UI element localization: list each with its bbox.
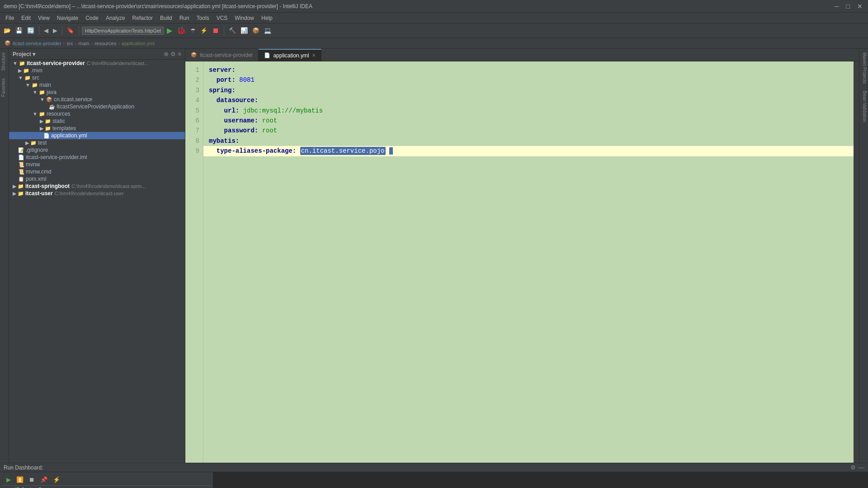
breadcrumb: 📦 itcast-service-provider › src › main ›…: [0, 38, 868, 49]
test-expand-icon: ▶: [25, 140, 29, 146]
stop-button[interactable]: ⏹: [210, 26, 221, 36]
run-all-btn[interactable]: ⏫: [14, 475, 25, 484]
toolbar-sep4: [224, 26, 224, 35]
menu-analyze[interactable]: Analyze: [102, 14, 129, 22]
tree-pom-xml[interactable]: 📋 pom.xml: [9, 175, 185, 183]
maximize-button[interactable]: □: [844, 3, 852, 10]
bean-validation-tab[interactable]: Bean Validation: [859, 87, 868, 126]
code-line-8: mybatis:: [209, 136, 854, 146]
favorites-tab[interactable]: Favorites: [0, 75, 9, 100]
user-expand-icon: ▶: [13, 191, 16, 197]
resources-expand-icon: ▼: [33, 111, 38, 117]
tree-static[interactable]: ▶ 📁 static: [9, 117, 185, 125]
tree-test[interactable]: ▶ 📁 test: [9, 139, 185, 146]
menu-window[interactable]: Window: [231, 14, 258, 22]
tree-src[interactable]: ▼ 📁 src: [9, 74, 185, 81]
tree-templates[interactable]: ▶ 📁 templates: [9, 125, 185, 132]
tree-main-class[interactable]: ☕ ItcastServiceProviderApplication: [9, 103, 185, 110]
test-folder-icon: 📁: [30, 140, 37, 146]
tree-mvnw[interactable]: 📜 mvnw: [9, 161, 185, 168]
toolbar-ant-btn[interactable]: 🔨: [227, 26, 238, 35]
menu-tools[interactable]: Tools: [193, 14, 213, 22]
run-button[interactable]: ▶: [165, 25, 174, 36]
code-editor[interactable]: 1 2 3 4 5 6 7 8 9 server: port: 8081 spr…: [185, 61, 859, 463]
close-button[interactable]: ✕: [855, 3, 864, 10]
static-expand-icon: ▶: [40, 118, 43, 124]
toolbar-open-btn[interactable]: 📂: [2, 26, 13, 35]
code-content[interactable]: server: port: 8081 spring: datasource: u…: [203, 61, 859, 463]
tab-close-btn[interactable]: ✕: [312, 53, 316, 58]
run-dashboard-content: ▶ ⏫ ⏹ 📌 ⚡ ▼ 🌿 Spring Boot ▼ 📋 Configured: [0, 472, 868, 488]
debug-button[interactable]: 🐞: [175, 25, 188, 36]
run-dashboard-settings-icon[interactable]: ⚙: [850, 464, 856, 471]
breadcrumb-root-icon: 📦: [5, 40, 11, 46]
toolbar-gradle-btn[interactable]: 📊: [239, 26, 250, 35]
window-controls: ─ □ ✕: [833, 3, 864, 10]
project-panel-title: Project ▾: [13, 51, 35, 57]
tree-main[interactable]: ▼ 📁 main: [9, 81, 185, 89]
toolbar-terminal-btn[interactable]: 💻: [262, 26, 273, 35]
breadcrumb-src[interactable]: src: [66, 41, 73, 46]
static-folder-icon: 📁: [45, 118, 51, 124]
menu-build[interactable]: Build: [156, 14, 176, 22]
project-locate-icon[interactable]: ⊕: [164, 51, 169, 57]
java-class-icon: ☕: [49, 104, 55, 110]
tree-root-itcast-service-provider[interactable]: ▼ 📁 itcast-service-provider C:\hm49\code…: [9, 60, 185, 67]
coverage-button[interactable]: ☂: [189, 26, 198, 35]
run-spring-boot-group[interactable]: ▼ 🌿 Spring Boot: [2, 486, 210, 488]
tree-application-yml[interactable]: 📄 application.yml: [9, 132, 185, 139]
profile-button[interactable]: ⚡: [198, 26, 209, 35]
breadcrumb-file[interactable]: application.yml: [122, 41, 155, 46]
tab-application-yml[interactable]: 📄 application.yml ✕: [259, 49, 321, 61]
tab-itcast-service-provider[interactable]: 📦 itcast-service-provider: [185, 49, 259, 61]
tree-java[interactable]: ▼ 📁 java: [9, 89, 185, 96]
menu-navigate[interactable]: Navigate: [53, 14, 82, 22]
code-line-3: spring:: [209, 85, 854, 95]
toolbar-maven-btn[interactable]: 📦: [250, 26, 261, 35]
menu-help[interactable]: Help: [258, 14, 276, 22]
code-line-5: url: jdbc:mysql:///mybatis: [209, 106, 854, 116]
breadcrumb-sep2: ›: [75, 41, 77, 46]
toolbar-sync-btn[interactable]: 🔄: [25, 26, 36, 35]
tree-iml[interactable]: 📄 itcast-service-provider.iml: [9, 154, 185, 161]
menu-edit[interactable]: Edit: [18, 14, 34, 22]
yml-file-icon: 📄: [43, 133, 50, 139]
menu-vcs[interactable]: VCS: [213, 14, 231, 22]
menu-bar: File Edit View Navigate Code Analyze Ref…: [0, 13, 868, 23]
tree-resources[interactable]: ▼ 📁 resources: [9, 110, 185, 117]
tree-itcast-springboot[interactable]: ▶ 📁 itcast-springboot C:\hm49\code\demo\…: [9, 183, 185, 190]
project-expand-icon[interactable]: ≡: [178, 51, 181, 57]
menu-view[interactable]: View: [34, 14, 53, 22]
breadcrumb-resources[interactable]: resources: [94, 41, 116, 46]
run-pin-btn[interactable]: 📌: [38, 475, 49, 484]
minimize-button[interactable]: ─: [833, 3, 841, 10]
project-panel: Project ▾ ⊕ ⚙ ≡ ▼ 📁 itcast-service-provi…: [9, 49, 185, 463]
run-config-selector[interactable]: HttpDemoApplicationTests.httpGet: [82, 27, 164, 35]
code-line-2: port: 8081: [209, 75, 854, 85]
tree-itcast-user[interactable]: ▶ 📁 itcast-user C:\hm49\code\demo\itcast…: [9, 190, 185, 197]
menu-code[interactable]: Code: [82, 14, 102, 22]
structure-tab[interactable]: Structure: [0, 49, 9, 75]
run-dashboard-collapse-icon[interactable]: —: [859, 464, 864, 471]
tree-gitignore[interactable]: 📝 .gitignore: [9, 146, 185, 154]
menu-refactor[interactable]: Refactor: [129, 14, 156, 22]
toolbar-fwd-btn[interactable]: ▶: [51, 26, 59, 35]
templates-folder-icon: 📁: [45, 126, 51, 131]
run-play-btn[interactable]: ▶: [5, 475, 13, 484]
cursor-pos-indicator: |: [389, 147, 393, 155]
toolbar-save-btn[interactable]: 💾: [14, 26, 24, 35]
java-folder-icon: 📁: [39, 89, 45, 95]
maven-projects-tab[interactable]: Maven Projects: [859, 49, 868, 87]
breadcrumb-main[interactable]: main: [79, 41, 90, 46]
project-settings-icon[interactable]: ⚙: [170, 51, 176, 57]
toolbar-back-btn[interactable]: ◀: [42, 26, 50, 35]
toolbar-bookmark-btn[interactable]: 🔖: [65, 26, 76, 35]
breadcrumb-project[interactable]: itcast-service-provider: [13, 41, 61, 46]
menu-run[interactable]: Run: [176, 14, 193, 22]
run-stop-btn[interactable]: ⏹: [27, 475, 37, 484]
menu-file[interactable]: File: [2, 14, 18, 22]
run-filter-btn[interactable]: ⚡: [51, 475, 62, 484]
tree-package[interactable]: ▼ 📦 cn.itcast.service: [9, 96, 185, 103]
tree-mvn[interactable]: ▶ 📁 .mvn: [9, 67, 185, 74]
tree-mvnw-cmd[interactable]: 📜 mvnw.cmd: [9, 168, 185, 175]
